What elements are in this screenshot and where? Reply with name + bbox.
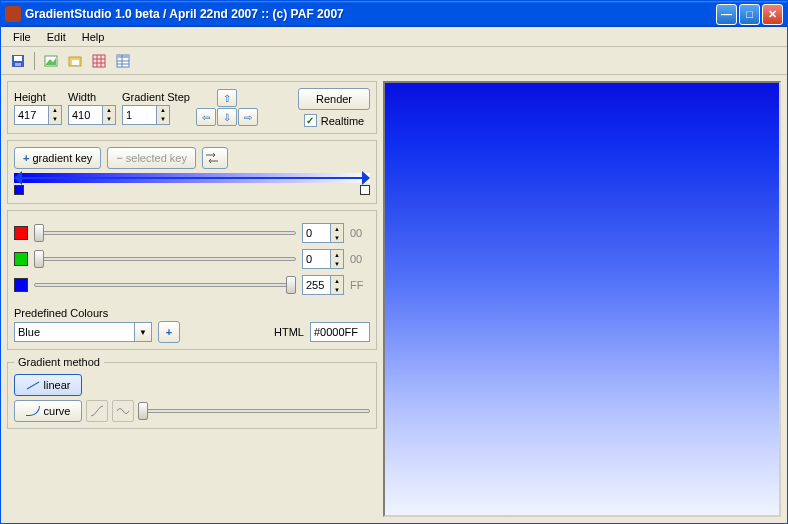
red-hex: 00 [350,227,370,239]
svg-rect-1 [14,56,22,61]
blue-hex: FF [350,279,370,291]
red-down[interactable]: ▼ [331,233,343,242]
spreadsheet-icon[interactable] [112,50,134,72]
plus-icon: + [23,152,29,164]
grid-icon[interactable] [88,50,110,72]
content: Height ▲▼ Width ▲▼ Gra [1,75,787,523]
minus-icon: − [116,152,122,164]
height-input[interactable] [14,105,48,125]
width-spinner[interactable]: ▲▼ [68,105,116,125]
window-title: GradientStudio 1.0 beta / April 22nd 200… [25,7,716,21]
gradient-preview-bar[interactable] [14,173,370,183]
svg-rect-7 [93,55,105,67]
green-slider[interactable] [34,250,296,268]
predefined-combo[interactable]: ▼ [14,322,152,342]
linear-button[interactable]: linear [14,374,82,396]
method-legend: Gradient method [14,356,104,368]
gradient-key-end[interactable] [360,185,370,195]
red-spinner[interactable]: ▲▼ [302,223,344,243]
width-input[interactable] [68,105,102,125]
maximize-button[interactable]: □ [739,4,760,25]
add-key-button[interactable]: +gradient key [14,147,101,169]
curve-slider[interactable] [138,402,370,420]
gradient-start-handle[interactable] [14,171,22,185]
gradient-keys-group: +gradient key −selected key [7,140,377,204]
gradient-key-start[interactable] [14,185,24,195]
height-label: Height [14,91,62,103]
menu-edit[interactable]: Edit [39,29,74,45]
dimensions-group: Height ▲▼ Width ▲▼ Gra [7,81,377,134]
arrow-down-icon[interactable]: ⇩ [217,108,237,126]
width-down[interactable]: ▼ [103,115,115,124]
direction-arrows: ⇧ ⇦ ⇩ ⇨ [196,89,258,126]
blue-down[interactable]: ▼ [331,285,343,294]
green-slider-row: ▲▼ 00 [14,249,370,269]
green-up[interactable]: ▲ [331,250,343,259]
gradient-end-handle[interactable] [362,171,370,185]
blue-input[interactable] [302,275,330,295]
predefined-label: Predefined Colours [14,307,108,319]
rgb-group: ▲▼ 00 ▲▼ 00 ▲▼ FF Predefined Colours [7,210,377,350]
curve-type-wave-icon[interactable] [112,400,134,422]
red-input[interactable] [302,223,330,243]
width-label: Width [68,91,116,103]
separator [34,52,35,70]
close-button[interactable]: ✕ [762,4,783,25]
step-up[interactable]: ▲ [157,106,169,115]
green-spinner[interactable]: ▲▼ [302,249,344,269]
curve-icon [26,406,40,416]
swap-keys-button[interactable] [202,147,228,169]
green-down[interactable]: ▼ [331,259,343,268]
realtime-label: Realtime [321,115,364,127]
render-button[interactable]: Render [298,88,370,110]
curve-button[interactable]: curve [14,400,82,422]
svg-rect-13 [117,55,129,58]
gradient-preview [383,81,781,517]
svg-rect-2 [15,63,21,66]
realtime-checkbox[interactable]: ✓ Realtime [304,114,364,127]
blue-slider-row: ▲▼ FF [14,275,370,295]
swap-icon [205,152,219,164]
predefined-input[interactable] [14,322,134,342]
svg-rect-6 [72,60,79,65]
red-slider[interactable] [34,224,296,242]
remove-key-button[interactable]: −selected key [107,147,196,169]
blue-up[interactable]: ▲ [331,276,343,285]
add-predefined-button[interactable]: + [158,321,180,343]
checkbox-icon[interactable]: ✓ [304,114,317,127]
step-input[interactable] [122,105,156,125]
combo-dropdown-icon[interactable]: ▼ [134,322,152,342]
image-icon[interactable] [40,50,62,72]
height-up[interactable]: ▲ [49,106,61,115]
arrow-up-icon[interactable]: ⇧ [217,89,237,107]
method-group: Gradient method linear curve [7,356,377,429]
html-label: HTML [274,326,304,338]
height-down[interactable]: ▼ [49,115,61,124]
height-spinner[interactable]: ▲▼ [14,105,62,125]
menu-help[interactable]: Help [74,29,113,45]
save-icon[interactable] [7,50,29,72]
html-color-input[interactable] [310,322,370,342]
arrow-left-icon[interactable]: ⇦ [196,108,216,126]
blue-spinner[interactable]: ▲▼ [302,275,344,295]
green-input[interactable] [302,249,330,269]
minimize-button[interactable]: — [716,4,737,25]
folder-image-icon[interactable] [64,50,86,72]
menubar: File Edit Help [1,27,787,47]
red-slider-row: ▲▼ 00 [14,223,370,243]
blue-swatch [14,278,28,292]
curve-type-s-icon[interactable] [86,400,108,422]
menu-file[interactable]: File [5,29,39,45]
step-down[interactable]: ▼ [157,115,169,124]
blue-slider[interactable] [34,276,296,294]
width-up[interactable]: ▲ [103,106,115,115]
titlebar[interactable]: GradientStudio 1.0 beta / April 22nd 200… [1,1,787,27]
step-label: Gradient Step [122,91,190,103]
arrow-right-icon[interactable]: ⇨ [238,108,258,126]
step-spinner[interactable]: ▲▼ [122,105,190,125]
app-icon [5,6,21,22]
left-panel: Height ▲▼ Width ▲▼ Gra [7,81,377,517]
linear-icon [26,381,39,389]
red-swatch [14,226,28,240]
red-up[interactable]: ▲ [331,224,343,233]
